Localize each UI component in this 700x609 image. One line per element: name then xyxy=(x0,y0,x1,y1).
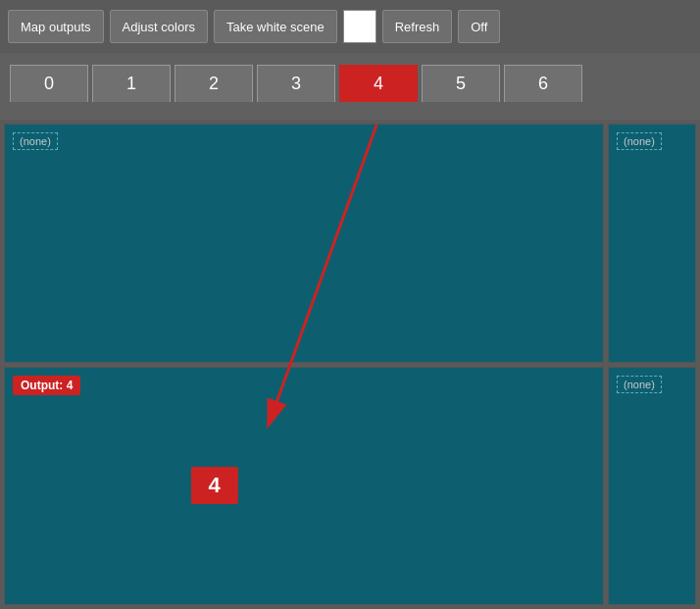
top-left-label: (none) xyxy=(13,132,58,150)
adjust-colors-button[interactable]: Adjust colors xyxy=(110,10,208,43)
panel-bottom-right: (none) xyxy=(608,367,696,606)
take-white-scene-button[interactable]: Take white scene xyxy=(214,10,337,43)
refresh-button[interactable]: Refresh xyxy=(382,10,453,43)
tab-1[interactable]: 1 xyxy=(92,65,171,102)
tab-6[interactable]: 6 xyxy=(504,65,582,102)
center-number-badge: 4 xyxy=(190,467,237,504)
map-outputs-button[interactable]: Map outputs xyxy=(8,10,104,43)
panel-bottom-left: Output: 4 4 xyxy=(4,367,604,606)
tab-0[interactable]: 0 xyxy=(10,65,88,102)
tab-3[interactable]: 3 xyxy=(257,65,335,102)
output-badge: Output: 4 xyxy=(13,376,80,395)
top-right-label: (none) xyxy=(617,132,662,150)
tab-5[interactable]: 5 xyxy=(422,65,500,102)
toolbar: Map outputs Adjust colors Take white sce… xyxy=(0,0,700,53)
tab-row: 0 1 2 3 4 5 6 xyxy=(0,53,700,102)
bottom-right-label: (none) xyxy=(617,376,662,393)
off-button[interactable]: Off xyxy=(458,10,500,43)
white-swatch xyxy=(343,10,376,43)
tab-4[interactable]: 4 xyxy=(339,65,418,102)
panel-top-left: (none) xyxy=(4,124,604,363)
below-tabs-strip xyxy=(0,102,700,120)
tab-2[interactable]: 2 xyxy=(175,65,253,102)
main-area: (none) (none) Output: 4 4 (none) xyxy=(0,120,700,609)
panel-top-right: (none) xyxy=(608,124,696,363)
